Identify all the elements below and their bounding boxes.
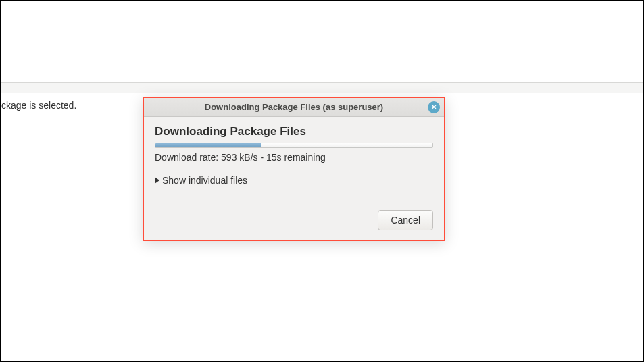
dialog-button-row: Cancel	[155, 210, 433, 230]
download-dialog: Downloading Package Files (as superuser)…	[143, 97, 445, 241]
progress-bar	[155, 143, 433, 148]
chevron-right-icon	[155, 177, 159, 184]
expander-label: Show individual files	[162, 175, 247, 186]
show-files-expander[interactable]: Show individual files	[155, 175, 247, 186]
dialog-heading: Downloading Package Files	[155, 125, 433, 138]
dialog-titlebar[interactable]: Downloading Package Files (as superuser)	[144, 98, 444, 117]
close-icon[interactable]	[428, 101, 440, 113]
download-rate-text: Download rate: 593 kB/s - 15s remaining	[155, 152, 433, 163]
progress-fill	[155, 143, 261, 147]
dialog-body: Downloading Package Files Download rate:…	[144, 117, 444, 240]
cancel-button[interactable]: Cancel	[378, 210, 433, 230]
toolbar-strip	[1, 82, 643, 93]
dialog-title: Downloading Package Files (as superuser)	[205, 102, 383, 112]
status-text: ckage is selected.	[1, 100, 76, 111]
